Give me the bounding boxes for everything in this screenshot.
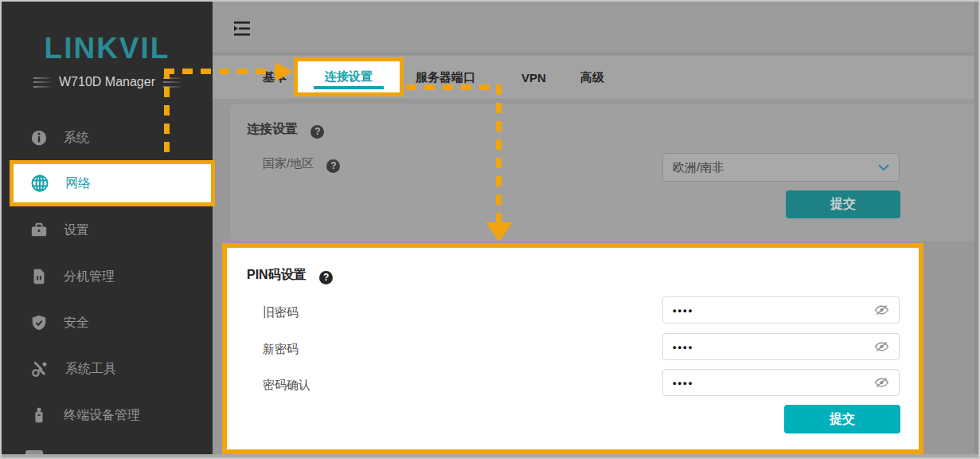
sidebar-item-label: 系统 xyxy=(64,130,89,147)
decorative-lines-left xyxy=(33,77,51,88)
confirm-password-field[interactable]: •••• xyxy=(662,369,900,396)
pin-section-title: PIN码设置 ? xyxy=(247,267,333,284)
sidebar-item-label: 系统工具 xyxy=(65,361,116,378)
tab-advanced[interactable]: 高级 xyxy=(580,56,604,99)
tools-icon xyxy=(30,360,49,378)
sidebar-item-extension-management[interactable]: 分机管理 xyxy=(2,253,213,300)
handset-device-icon xyxy=(30,406,48,424)
section-title: 连接设置 ? xyxy=(247,121,324,139)
sidebar-item-system[interactable]: 系统 xyxy=(2,115,213,161)
pin-settings-section: PIN码设置 ? 旧密码 •••• 新密码 •••• xyxy=(222,243,923,454)
sidebar-menu: 系统 网络 设置 xyxy=(2,115,213,438)
sidebar-item-system-tools[interactable]: 系统工具 xyxy=(2,346,213,392)
annotation-dash-horizontal-1 xyxy=(164,69,276,74)
annotation-arrow-to-tab xyxy=(275,62,293,81)
sim-card-icon xyxy=(30,268,48,285)
connection-settings-card: 连接设置 ? 国家/地区 ? 欧洲/南非 提交 xyxy=(230,104,977,241)
confirm-password-label: 密码确认 xyxy=(263,378,310,393)
app-window: LINKVIL W710D Manager 系统 xyxy=(0,0,980,459)
shield-icon xyxy=(30,314,48,332)
sidebar-item-label: 设置 xyxy=(64,222,89,239)
old-password-field[interactable]: •••• xyxy=(662,296,900,324)
annotation-dash-vertical-1 xyxy=(164,69,170,162)
tab-label: 连接设置 xyxy=(325,69,373,84)
old-password-label: 旧密码 xyxy=(263,305,299,320)
chevron-down-icon xyxy=(878,164,889,171)
tab-vpn[interactable]: VPN xyxy=(521,56,546,99)
menu-fold-icon[interactable] xyxy=(232,19,252,38)
password-dots: •••• xyxy=(673,341,693,353)
country-region-label: 国家/地区 ? xyxy=(263,156,340,173)
linkvil-logo: LINKVIL xyxy=(2,32,213,65)
new-password-label: 新密码 xyxy=(263,342,299,357)
briefcase-icon xyxy=(30,222,48,239)
password-dots: •••• xyxy=(673,377,693,389)
pin-section-title-text: PIN码设置 xyxy=(247,268,306,281)
device-subtitle-row: W710D Manager xyxy=(2,73,213,91)
eye-off-icon[interactable] xyxy=(874,340,889,353)
new-password-field[interactable]: •••• xyxy=(662,333,900,360)
top-header-bar xyxy=(213,2,980,54)
question-circle-icon[interactable]: ? xyxy=(310,125,324,139)
sidebar-item-security[interactable]: 安全 xyxy=(2,300,213,346)
sidebar-item-terminal-device-management[interactable]: 终端设备管理 xyxy=(2,392,213,438)
sidebar-item-label: 网络 xyxy=(65,175,91,192)
password-dots: •••• xyxy=(673,304,693,316)
tab-bar: 基本 连接设置 服务器端口 VPN 高级 xyxy=(213,56,980,99)
device-subtitle: W710D Manager xyxy=(59,75,155,89)
submit-button-pin[interactable]: 提交 xyxy=(784,405,900,434)
annotation-dash-horizontal-2 xyxy=(406,84,498,90)
section-title-text: 连接设置 xyxy=(247,122,298,135)
country-region-select[interactable]: 欧洲/南非 xyxy=(662,153,900,182)
globe-icon xyxy=(30,174,49,193)
country-region-label-text: 国家/地区 xyxy=(263,156,314,170)
tab-server-port[interactable]: 服务器端口 xyxy=(416,56,475,99)
country-region-value: 欧洲/南非 xyxy=(673,160,724,175)
submit-button-country[interactable]: 提交 xyxy=(786,190,900,218)
sidebar-item-label: 终端设备管理 xyxy=(64,407,140,424)
question-circle-icon[interactable]: ? xyxy=(326,159,340,173)
window-bottom-edge xyxy=(2,454,978,459)
window-right-edge xyxy=(974,2,978,454)
sidebar-item-label: 安全 xyxy=(64,315,89,332)
eye-off-icon[interactable] xyxy=(874,376,889,389)
question-circle-icon[interactable]: ? xyxy=(319,271,333,284)
info-icon xyxy=(30,129,48,147)
main-area: 基本 连接设置 服务器端口 VPN 高级 连接设置 ? 国家/地区 ? 欧洲/南… xyxy=(213,2,980,459)
active-tab-underline xyxy=(314,86,384,89)
annotation-arrow-to-pin-section xyxy=(486,222,513,241)
eye-off-icon[interactable] xyxy=(874,304,889,316)
tab-connection-settings[interactable]: 连接设置 xyxy=(294,57,404,96)
sidebar-item-settings[interactable]: 设置 xyxy=(2,207,213,253)
sidebar-item-network[interactable]: 网络 xyxy=(10,160,215,206)
sidebar-item-label: 分机管理 xyxy=(64,269,115,285)
annotation-dash-vertical-2 xyxy=(496,84,502,222)
